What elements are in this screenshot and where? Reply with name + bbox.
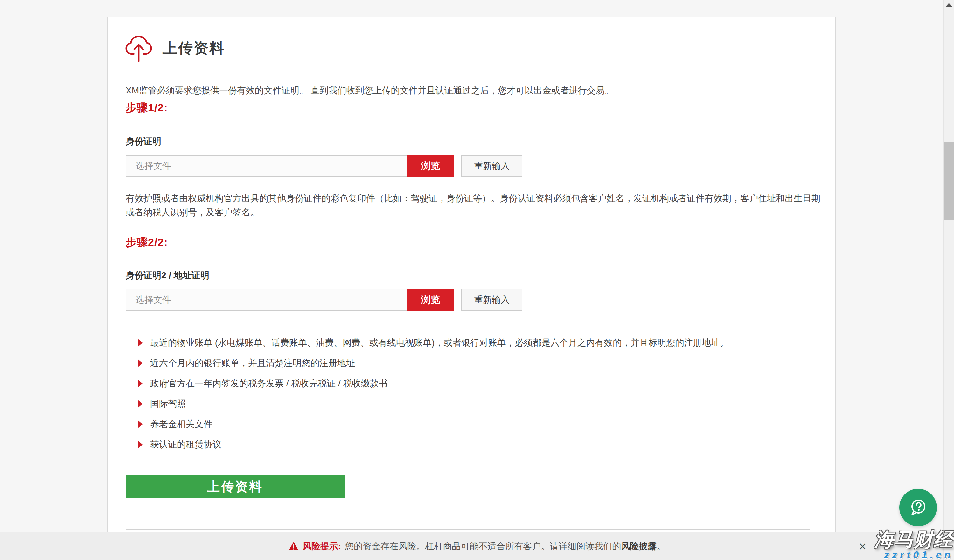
- watermark-url: zzrt01.cn: [874, 550, 953, 560]
- identity-proof-label: 身份证明: [126, 135, 161, 148]
- accepted-document-text: 政府官方在一年内签发的税务发票 / 税收完税证 / 税收缴款书: [150, 378, 388, 390]
- scrollbar[interactable]: [943, 0, 954, 560]
- risk-disclosure-link[interactable]: 风险披露: [621, 541, 656, 551]
- right-triangle-icon: [138, 380, 142, 387]
- address-proof-label: 身份证明2 / 地址证明: [126, 269, 209, 282]
- address-proof-file-input[interactable]: 选择文件: [126, 289, 407, 311]
- list-item: 政府官方在一年内签发的税务发票 / 税收完税证 / 税收缴款书: [138, 378, 388, 390]
- right-triangle-icon: [138, 420, 142, 428]
- cloud-upload-icon: [125, 33, 152, 64]
- accepted-document-text: 获认证的租赁协议: [150, 439, 221, 451]
- address-proof-reset-button[interactable]: 重新输入: [461, 289, 522, 311]
- question-chat-icon: [907, 497, 929, 518]
- address-proof-browse-button[interactable]: 浏览: [407, 289, 454, 311]
- right-triangle-icon: [138, 440, 142, 449]
- identity-proof-file-row: 选择文件 浏览 重新输入: [126, 155, 522, 177]
- identity-proof-reset-button[interactable]: 重新输入: [461, 155, 522, 177]
- step-2-heading: 步骤2/2:: [126, 235, 168, 250]
- risk-warning-bar: 风险提示: 您的资金存在风险。杠杆商品可能不适合所有客户。请详细阅读我们的风险披…: [0, 532, 954, 560]
- close-icon[interactable]: ×: [859, 532, 866, 560]
- risk-warning-label: 风险提示:: [302, 540, 341, 552]
- risk-warning-text: 您的资金存在风险。杠杆商品可能不适合所有客户。请详细阅读我们的风险披露。: [345, 540, 666, 552]
- help-chat-button[interactable]: [899, 489, 937, 526]
- list-item: 近六个月内的银行账单，并且清楚注明您的注册地址: [138, 357, 355, 369]
- divider: [126, 529, 810, 530]
- watermark-brand: 海马财经: [874, 530, 953, 549]
- identity-proof-browse-button[interactable]: 浏览: [407, 155, 454, 177]
- accepted-document-text: 国际驾照: [150, 398, 186, 410]
- right-triangle-icon: [138, 400, 142, 408]
- identity-proof-note: 有效护照或者由权威机构官方出具的其他身份证件的彩色复印件（比如：驾驶证，身份证等…: [126, 191, 822, 219]
- regulation-description: XM监管必须要求您提供一份有效的文件证明。 直到我们收到您上传的文件并且认证通过…: [126, 85, 614, 96]
- address-proof-file-row: 选择文件 浏览 重新输入: [126, 289, 522, 311]
- accepted-document-text: 最近的物业账单 (水电煤账单、话费账单、油费、网费、或有线电视账单)，或者银行对…: [150, 337, 728, 349]
- warning-triangle-icon: [288, 541, 299, 551]
- list-item: 最近的物业账单 (水电煤账单、话费账单、油费、网费、或有线电视账单)，或者银行对…: [138, 337, 728, 349]
- right-triangle-icon: [138, 359, 142, 367]
- accepted-document-text: 近六个月内的银行账单，并且清楚注明您的注册地址: [150, 357, 355, 369]
- list-item: 养老金相关文件: [138, 418, 212, 430]
- watermark: 海马财经 zzrt01.cn: [874, 530, 953, 560]
- up-arrow-icon[interactable]: [946, 3, 952, 7]
- risk-warning-content: 风险提示: 您的资金存在风险。杠杆商品可能不适合所有客户。请详细阅读我们的风险披…: [288, 540, 666, 552]
- upload-documents-card: 上传资料 XM监管必须要求您提供一份有效的文件证明。 直到我们收到您上传的文件并…: [107, 17, 836, 532]
- right-triangle-icon: [138, 339, 142, 347]
- list-item: 获认证的租赁协议: [138, 439, 221, 451]
- page-title: 上传资料: [162, 39, 225, 58]
- upload-documents-button[interactable]: 上传资料: [126, 475, 344, 498]
- scrollbar-thumb[interactable]: [944, 142, 954, 220]
- list-item: 国际驾照: [138, 398, 186, 410]
- step-1-heading: 步骤1/2:: [126, 101, 168, 115]
- identity-proof-file-input[interactable]: 选择文件: [126, 155, 407, 177]
- card-header: 上传资料: [125, 33, 225, 64]
- accepted-document-text: 养老金相关文件: [150, 418, 212, 430]
